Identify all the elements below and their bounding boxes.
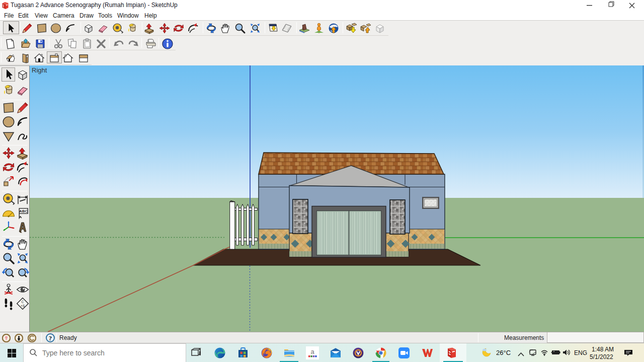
svg-text:?: ? <box>49 334 52 342</box>
svg-text:ABC: ABC <box>19 209 28 213</box>
svg-text:a: a <box>310 348 314 355</box>
svg-text:Right: Right <box>32 66 47 74</box>
svg-text:+S: +S <box>21 304 25 308</box>
svg-text:C: C <box>22 300 24 304</box>
